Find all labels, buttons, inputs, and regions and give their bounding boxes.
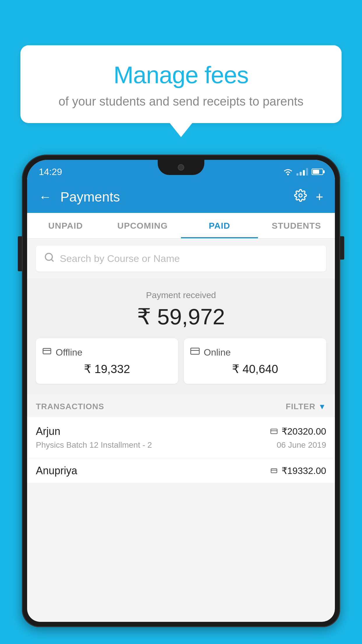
rupee-icon bbox=[42, 346, 52, 356]
filter-button[interactable]: FILTER ▼ bbox=[286, 402, 326, 411]
search-container: Search by Course or Name bbox=[27, 239, 335, 279]
tab-upcoming[interactable]: UPCOMING bbox=[104, 213, 181, 238]
svg-rect-8 bbox=[271, 429, 277, 434]
svg-line-3 bbox=[51, 259, 53, 261]
offline-card: Offline ₹ 19,332 bbox=[36, 338, 178, 384]
search-placeholder-text: Search by Course or Name bbox=[60, 253, 180, 264]
online-payment-icon-1 bbox=[270, 428, 278, 435]
tab-paid[interactable]: PAID bbox=[181, 213, 258, 238]
offline-amount: ₹ 19,332 bbox=[42, 362, 172, 376]
transaction-amount-2: ₹19332.00 bbox=[270, 465, 326, 476]
transactions-header: TRANSACTIONS FILTER ▼ bbox=[27, 394, 335, 417]
transaction-list: Arjun ₹20320.00 Physics Batch 12 Install… bbox=[27, 417, 335, 483]
gear-icon bbox=[294, 189, 307, 202]
header-actions: + bbox=[294, 189, 323, 205]
offline-label: Offline bbox=[56, 347, 82, 358]
settings-button[interactable] bbox=[294, 189, 307, 205]
tab-unpaid[interactable]: UNPAID bbox=[27, 213, 104, 238]
tabs: UNPAID UPCOMING PAID STUDENTS bbox=[27, 213, 335, 239]
search-svg-icon bbox=[44, 252, 55, 262]
speech-bubble: Manage fees of your students and send re… bbox=[20, 45, 342, 123]
offline-icon bbox=[42, 346, 52, 358]
camera bbox=[178, 164, 184, 171]
speech-bubble-container: Manage fees of your students and send re… bbox=[20, 45, 342, 123]
transaction-top-2: Anupriya ₹19332.00 bbox=[36, 465, 326, 477]
table-row[interactable]: Anupriya ₹19332.00 bbox=[27, 458, 335, 483]
student-name-1: Arjun bbox=[36, 425, 60, 438]
amount-text-2: ₹19332.00 bbox=[282, 465, 326, 476]
payment-received-label: Payment received bbox=[36, 290, 326, 300]
phone-outer: 14:29 bbox=[22, 155, 340, 627]
date-1: 06 June 2019 bbox=[277, 440, 326, 450]
back-button[interactable]: ← bbox=[39, 190, 52, 203]
amount-text-1: ₹20320.00 bbox=[282, 426, 326, 437]
payment-summary: Payment received ₹ 59,972 Offline bbox=[27, 279, 335, 394]
battery-icon bbox=[312, 169, 323, 175]
online-label: Online bbox=[204, 347, 231, 358]
online-card-header: Online bbox=[190, 346, 320, 358]
student-name-2: Anupriya bbox=[36, 465, 77, 477]
battery-fill bbox=[313, 170, 319, 174]
svg-rect-10 bbox=[271, 469, 277, 473]
phone-wrapper: 14:29 bbox=[22, 155, 340, 644]
filter-icon: ▼ bbox=[318, 402, 326, 411]
course-info-1: Physics Batch 12 Installment - 2 bbox=[36, 440, 152, 450]
wifi-icon bbox=[283, 168, 293, 176]
filter-label: FILTER bbox=[286, 402, 315, 411]
online-card: Online ₹ 40,640 bbox=[184, 338, 326, 384]
payment-amount: ₹ 59,972 bbox=[36, 304, 326, 330]
payment-cards: Offline ₹ 19,332 Online bbox=[36, 338, 326, 384]
status-icons bbox=[283, 168, 323, 176]
offline-card-header: Offline bbox=[42, 346, 172, 358]
offline-payment-icon-2 bbox=[270, 467, 278, 474]
signal-icon bbox=[296, 168, 308, 176]
svg-point-1 bbox=[299, 194, 302, 197]
transaction-bottom-1: Physics Batch 12 Installment - 2 06 June… bbox=[36, 440, 326, 450]
online-icon bbox=[190, 346, 200, 358]
status-time: 14:29 bbox=[39, 167, 62, 177]
card-icon-svg bbox=[190, 346, 200, 356]
transactions-label: TRANSACTIONS bbox=[36, 402, 104, 411]
transaction-amount-1: ₹20320.00 bbox=[270, 426, 326, 437]
table-row[interactable]: Arjun ₹20320.00 Physics Batch 12 Install… bbox=[27, 417, 335, 458]
add-button[interactable]: + bbox=[316, 190, 323, 204]
online-amount: ₹ 40,640 bbox=[190, 362, 320, 376]
header-title: Payments bbox=[60, 189, 294, 205]
phone-screen: 14:29 bbox=[27, 160, 335, 622]
search-icon bbox=[44, 252, 55, 265]
svg-rect-6 bbox=[191, 348, 199, 354]
app-header: ← Payments + bbox=[27, 181, 335, 213]
tab-students[interactable]: STUDENTS bbox=[258, 213, 335, 238]
search-bar[interactable]: Search by Course or Name bbox=[36, 246, 326, 272]
notch bbox=[158, 160, 204, 175]
svg-point-0 bbox=[287, 174, 289, 175]
transaction-top-1: Arjun ₹20320.00 bbox=[36, 425, 326, 438]
bubble-subtitle: of your students and send receipts to pa… bbox=[38, 94, 324, 108]
svg-rect-4 bbox=[43, 349, 51, 354]
bubble-title: Manage fees bbox=[38, 61, 324, 89]
